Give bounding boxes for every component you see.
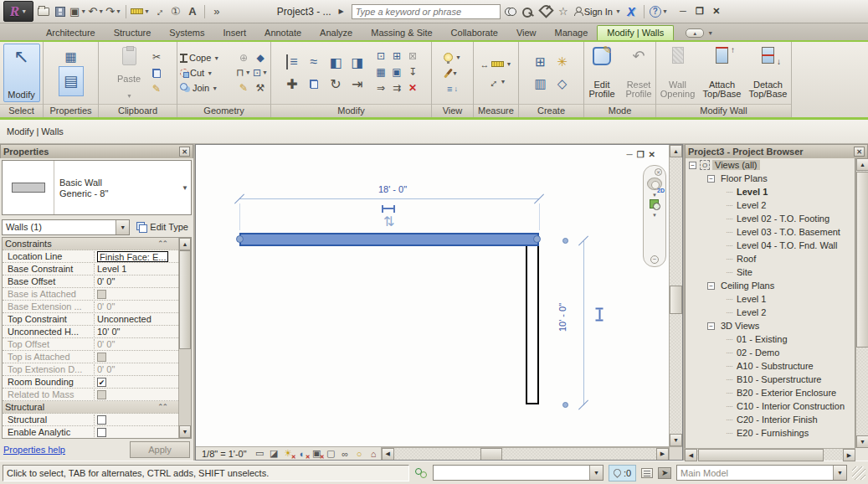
view-visibility-button[interactable]: ▼ <box>444 49 461 64</box>
witness-grip-icon[interactable] <box>596 308 603 322</box>
property-value[interactable] <box>95 428 178 437</box>
shadows-icon[interactable]: ◐ <box>295 448 310 460</box>
tree-item-label[interactable]: Level 1 <box>734 294 768 304</box>
tree-item[interactable]: − ···· O C10 - Interior Construction <box>686 399 855 413</box>
property-value[interactable]: 0' 0" <box>95 364 178 374</box>
help-button[interactable]: ?▼ <box>650 3 668 20</box>
tree-item[interactable]: − ···· O Level 04 - T.O. Fnd. Wall <box>686 239 855 252</box>
steering-wheel-2d-icon[interactable] <box>647 178 662 190</box>
ribbon-tab[interactable]: Systems <box>160 26 213 40</box>
property-value[interactable] <box>95 290 178 299</box>
property-row[interactable]: Constraints ⌃⌃ <box>3 238 178 250</box>
flip-wall-icon[interactable]: ⇅ <box>383 214 394 229</box>
communication-center-button[interactable] <box>538 3 553 20</box>
tree-item[interactable]: − ···· O B20 - Exterior Enclosure <box>686 386 855 399</box>
demolish-button[interactable]: ⚒ <box>253 80 268 95</box>
ribbon-tab[interactable]: Collaborate <box>442 26 507 40</box>
property-row[interactable]: Related to Mass ⌃⌃ <box>3 389 178 401</box>
witness-dot[interactable] <box>562 238 568 244</box>
tree-item-label[interactable]: A10 - Substructure <box>734 361 816 371</box>
scroll-down-icon[interactable]: ▼ <box>670 434 682 446</box>
offset-button[interactable]: ≈ <box>303 51 325 73</box>
beam-joins-button[interactable]: ⊓▼ <box>236 65 251 80</box>
tree-item-label[interactable]: Level 02 - T.O. Footing <box>734 214 832 224</box>
navbar-close-icon[interactable]: ✕ <box>655 168 662 176</box>
tree-item-label[interactable]: Views (all) <box>712 160 760 170</box>
tree-item[interactable]: − ···· O Views (all) <box>686 158 855 172</box>
create-assembly-button[interactable]: ◇ <box>552 73 573 95</box>
property-row[interactable]: Unconnected H... 10' 0" ⌃⌃ <box>3 326 178 338</box>
wall-joins-button[interactable]: ✎ <box>236 80 251 95</box>
create-parts-button[interactable]: ▥ <box>530 73 552 95</box>
visual-style-icon[interactable]: ◪ <box>267 448 281 460</box>
ribbon-tab[interactable]: Massing & Site <box>362 26 441 40</box>
tree-collapse-icon[interactable]: − <box>689 162 696 169</box>
copy-button[interactable] <box>303 73 325 95</box>
ribbon-collapse-control[interactable]: ▲▼ <box>686 28 713 38</box>
tree-item[interactable]: − ···· O Roof <box>686 252 855 265</box>
detail-level-icon[interactable]: ▭ <box>253 448 267 460</box>
tree-item-label[interactable]: Level 2 <box>734 200 768 210</box>
property-row[interactable]: Location Line Finish Face: E... ⌃⌃ <box>3 250 178 263</box>
property-value[interactable]: 0' 0" <box>95 339 178 349</box>
scrollbar-thumb[interactable] <box>698 449 824 461</box>
tree-item-label[interactable]: C10 - Interior Construction <box>734 401 847 411</box>
tree-collapse-icon[interactable]: − <box>707 175 715 183</box>
property-value[interactable] <box>95 378 178 387</box>
save-button[interactable] <box>53 3 68 20</box>
panel-label-modify[interactable]: Modify <box>271 104 431 117</box>
view-minimize-icon[interactable]: ─ <box>627 150 633 159</box>
view-restore-icon[interactable]: ❐ <box>637 150 645 159</box>
close-icon[interactable]: ✕ <box>854 147 865 157</box>
cut-to-clipboard-button[interactable]: ✂ <box>149 50 164 64</box>
scroll-up-icon[interactable]: ▲ <box>856 158 868 171</box>
search-button[interactable] <box>503 3 518 20</box>
ribbon-tab[interactable]: Structure <box>105 26 161 40</box>
property-value[interactable]: Unconnected <box>95 314 178 324</box>
chevron-down-icon[interactable]: ▼ <box>833 466 846 480</box>
title-expand-icon[interactable]: ▶ <box>339 8 344 15</box>
filter-icon[interactable] <box>641 468 653 478</box>
sync-button[interactable]: ▣▼ <box>69 3 86 20</box>
ribbon-tab[interactable]: Architecture <box>37 26 105 40</box>
property-row[interactable]: Top Constraint Unconnected ⌃⌃ <box>3 313 178 326</box>
align-dims-button[interactable]: ⇉ <box>389 81 404 95</box>
tree-item-label[interactable]: E20 - Furnishings <box>734 428 811 438</box>
browser-vscrollbar[interactable]: ▲ ▼ <box>855 158 868 448</box>
open-button[interactable] <box>36 3 51 20</box>
hide-elements-button[interactable]: ≡↓ <box>447 81 458 96</box>
tree-item[interactable]: − ···· O E20 - Furnishings <box>686 426 855 440</box>
aligned-dimension-button[interactable]: ↔ <box>152 3 167 20</box>
scrollbar-thumb[interactable] <box>480 448 502 461</box>
worksharing-icon[interactable] <box>414 467 428 479</box>
attach-topbase-button[interactable]: Attach Top/Base <box>701 45 744 100</box>
panel-label-modify-wall[interactable]: Modify Wall <box>656 104 791 117</box>
properties-title-bar[interactable]: Properties ✕ <box>0 144 193 158</box>
navigation-bar[interactable]: ✕ ▼ ▼ − <box>643 165 666 267</box>
tree-collapse-icon[interactable]: − <box>707 322 715 330</box>
ribbon-tab[interactable]: Annotate <box>255 26 311 40</box>
wall-vertical[interactable] <box>526 244 539 404</box>
checkbox[interactable] <box>97 290 106 299</box>
chevron-down-icon[interactable]: ▼ <box>179 161 191 214</box>
tree-item[interactable]: − ···· O Ceiling Plans <box>686 279 855 292</box>
tree-item[interactable]: − ···· O B10 - Superstructure <box>686 373 855 386</box>
dimension-value-top[interactable]: 18' - 0" <box>359 184 426 194</box>
panel-label-select[interactable]: Select <box>0 104 43 117</box>
modify-button[interactable]: ↖ Modify <box>3 44 40 102</box>
canvas-vscrollbar[interactable]: ▲ ▼ <box>669 145 682 446</box>
move-button[interactable]: ✚ <box>281 73 303 95</box>
property-row[interactable]: Room Bounding ⌃⌃ <box>3 376 178 389</box>
tree-item-label[interactable]: Floor Plans <box>718 173 770 183</box>
properties-scrollbar[interactable]: ▲ ▼ <box>178 238 191 438</box>
tree-item-label[interactable]: Roof <box>734 254 758 264</box>
panel-label-measure[interactable]: Measure <box>474 104 518 117</box>
detach-topbase-button[interactable]: Detach Top/Base <box>747 45 790 100</box>
tree-item-label[interactable]: Level 03 - T.O. Basement <box>734 227 843 237</box>
property-row[interactable]: Structural ⌃⌃ <box>3 401 178 414</box>
tree-item-label[interactable]: Site <box>734 267 755 277</box>
properties-palette-button[interactable]: ▤ <box>59 66 84 96</box>
text-button[interactable]: A <box>185 3 200 20</box>
ribbon-tab[interactable]: Insert <box>214 26 256 40</box>
checkbox[interactable] <box>97 428 106 437</box>
